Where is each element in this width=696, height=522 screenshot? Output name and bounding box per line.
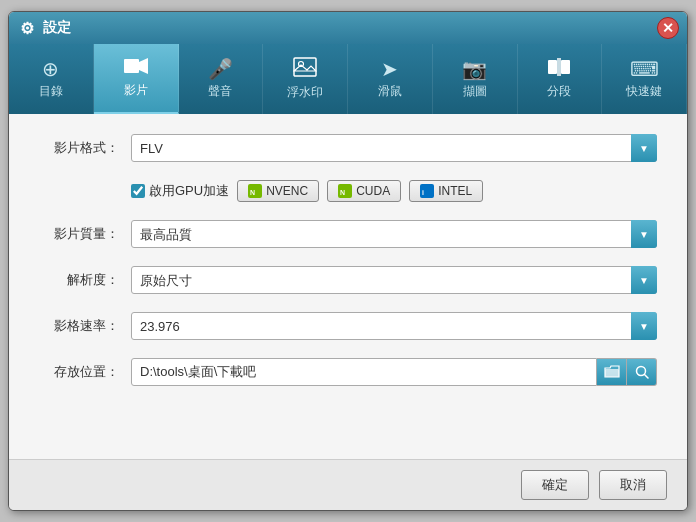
quality-label: 影片質量： xyxy=(39,225,119,243)
search-folder-button[interactable] xyxy=(627,358,657,386)
quality-select[interactable]: 最高品質 高品質 中品質 低品質 xyxy=(131,220,657,248)
fps-control: 23.976 24 25 29.97 30 60 ▼ xyxy=(131,312,657,340)
open-folder-button[interactable] xyxy=(597,358,627,386)
cuda-logo-icon: N xyxy=(338,184,352,198)
tab-segment-label: 分段 xyxy=(547,83,571,100)
camera-icon: ⊕ xyxy=(42,59,59,79)
tab-video-label: 影片 xyxy=(124,82,148,99)
quality-control: 最高品質 高品質 中品質 低品質 ▼ xyxy=(131,220,657,248)
nvidia-logo-icon: N xyxy=(248,184,262,198)
format-control: FLV MP4 AVI MKV MOV ▼ xyxy=(131,134,657,162)
video-icon xyxy=(124,57,148,78)
resolution-select[interactable]: 原始尺寸 1920x1080 1280x720 854x480 xyxy=(131,266,657,294)
tab-camera[interactable]: ⊕ 目錄 xyxy=(9,44,94,114)
resolution-row: 解析度： 原始尺寸 1920x1080 1280x720 854x480 ▼ xyxy=(39,266,657,294)
gpu-options: 啟用GPU加速 N NVENC N CUDA xyxy=(131,180,657,202)
folder-icon xyxy=(604,365,620,379)
format-select[interactable]: FLV MP4 AVI MKV MOV xyxy=(131,134,657,162)
resolution-select-wrapper: 原始尺寸 1920x1080 1280x720 854x480 ▼ xyxy=(131,266,657,294)
footer: 確定 取消 xyxy=(9,459,687,510)
path-control xyxy=(131,358,657,386)
svg-rect-6 xyxy=(561,60,570,74)
gpu-text: 啟用GPU加速 xyxy=(149,182,229,200)
svg-rect-15 xyxy=(605,369,619,377)
audio-icon: 🎤 xyxy=(208,59,233,79)
tab-cursor[interactable]: ➤ 滑鼠 xyxy=(348,44,433,114)
nvenc-button[interactable]: N NVENC xyxy=(237,180,319,202)
watermark-icon xyxy=(293,57,317,80)
quality-row: 影片質量： 最高品質 高品質 中品質 低品質 ▼ xyxy=(39,220,657,248)
fps-select[interactable]: 23.976 24 25 29.97 30 60 xyxy=(131,312,657,340)
tab-hotkey[interactable]: ⌨ 快速鍵 xyxy=(602,44,687,114)
cursor-icon: ➤ xyxy=(381,59,398,79)
quality-select-wrapper: 最高品質 高品質 中品質 低品質 ▼ xyxy=(131,220,657,248)
tab-video[interactable]: 影片 xyxy=(94,44,179,114)
path-input-row xyxy=(131,358,657,386)
tab-camera-label: 目錄 xyxy=(39,83,63,100)
content-area: 影片格式： FLV MP4 AVI MKV MOV ▼ xyxy=(9,114,687,459)
settings-window: ⚙ 設定 ✕ ⊕ 目錄 影片 🎤 聲音 xyxy=(8,11,688,511)
confirm-button[interactable]: 確定 xyxy=(521,470,589,500)
close-button[interactable]: ✕ xyxy=(657,17,679,39)
path-label: 存放位置： xyxy=(39,363,119,381)
segment-icon xyxy=(548,58,570,79)
window-title: 設定 xyxy=(43,19,71,37)
gear-icon: ⚙ xyxy=(17,18,37,38)
format-select-wrapper: FLV MP4 AVI MKV MOV ▼ xyxy=(131,134,657,162)
tab-screenshot[interactable]: 📷 擷圖 xyxy=(433,44,518,114)
svg-line-17 xyxy=(644,375,648,379)
format-row: 影片格式： FLV MP4 AVI MKV MOV ▼ xyxy=(39,134,657,162)
nvenc-label: NVENC xyxy=(266,184,308,198)
gpu-control: 啟用GPU加速 N NVENC N CUDA xyxy=(131,180,657,202)
tab-segment[interactable]: 分段 xyxy=(518,44,603,114)
path-input[interactable] xyxy=(131,358,597,386)
svg-text:i: i xyxy=(422,189,424,196)
tab-bar: ⊕ 目錄 影片 🎤 聲音 浮水印 xyxy=(9,44,687,114)
cancel-button[interactable]: 取消 xyxy=(599,470,667,500)
title-bar: ⚙ 設定 ✕ xyxy=(9,12,687,44)
tab-watermark[interactable]: 浮水印 xyxy=(263,44,348,114)
gpu-row: 啟用GPU加速 N NVENC N CUDA xyxy=(39,180,657,202)
intel-logo-icon: i xyxy=(420,184,434,198)
fps-label: 影格速率： xyxy=(39,317,119,335)
svg-text:N: N xyxy=(340,189,345,196)
tab-hotkey-label: 快速鍵 xyxy=(626,83,662,100)
fps-select-wrapper: 23.976 24 25 29.97 30 60 ▼ xyxy=(131,312,657,340)
tab-watermark-label: 浮水印 xyxy=(287,84,323,101)
path-buttons xyxy=(597,358,657,386)
hotkey-icon: ⌨ xyxy=(630,59,659,79)
svg-marker-1 xyxy=(139,58,148,74)
cuda-button[interactable]: N CUDA xyxy=(327,180,401,202)
tab-screenshot-label: 擷圖 xyxy=(463,83,487,100)
gpu-checkbox[interactable] xyxy=(131,184,145,198)
resolution-label: 解析度： xyxy=(39,271,119,289)
search-icon xyxy=(635,365,649,379)
svg-text:N: N xyxy=(250,189,255,196)
intel-button[interactable]: i INTEL xyxy=(409,180,483,202)
format-label: 影片格式： xyxy=(39,139,119,157)
cuda-label: CUDA xyxy=(356,184,390,198)
intel-label: INTEL xyxy=(438,184,472,198)
svg-rect-5 xyxy=(548,60,557,74)
tab-audio[interactable]: 🎤 聲音 xyxy=(179,44,264,114)
screenshot-icon: 📷 xyxy=(462,59,487,79)
svg-marker-4 xyxy=(294,65,316,71)
gpu-checkbox-label[interactable]: 啟用GPU加速 xyxy=(131,182,229,200)
tab-cursor-label: 滑鼠 xyxy=(378,83,402,100)
path-row: 存放位置： xyxy=(39,358,657,386)
tab-audio-label: 聲音 xyxy=(208,83,232,100)
resolution-control: 原始尺寸 1920x1080 1280x720 854x480 ▼ xyxy=(131,266,657,294)
fps-row: 影格速率： 23.976 24 25 29.97 30 60 ▼ xyxy=(39,312,657,340)
svg-rect-0 xyxy=(124,59,139,73)
